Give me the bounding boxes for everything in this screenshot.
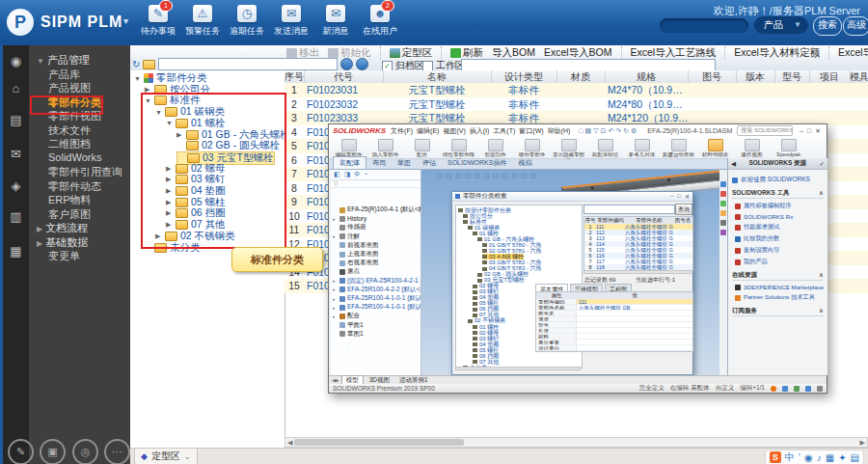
feature-node-EFA-25R100-4[interactable]: ▸EFA-25R100-4-1-0-1 (默认…	[333, 294, 421, 303]
collapse-icon[interactable]: ∧	[819, 307, 824, 315]
taskpane-item-比较我的分数[interactable]: 比较我的分数	[735, 234, 824, 243]
ribbon-tab-布局[interactable]: 布局	[366, 157, 392, 169]
toolbar-action-定型区[interactable]: 定型区	[380, 46, 433, 60]
ime-icon[interactable]: ’	[799, 452, 800, 463]
status-icon[interactable]	[817, 386, 823, 392]
status-icon[interactable]	[771, 386, 776, 392]
toolbar-action-Excel导入BOM[interactable]: Excel导入BOM	[544, 46, 612, 60]
feature-node-上视基准面[interactable]: 上视基准面	[333, 250, 421, 259]
search-button[interactable]: 搜索	[813, 16, 842, 36]
ime-icon[interactable]: ♪	[817, 452, 822, 463]
close-icon[interactable]: ✕	[685, 193, 690, 200]
feature-node-注解[interactable]: ▸注解	[333, 232, 421, 241]
feature-node-传感器[interactable]: 传感器	[333, 223, 421, 232]
feature-manager-tab-icons[interactable]: ◧◨Φ◔	[331, 170, 420, 180]
advanced-search-button[interactable]: 高级	[843, 16, 868, 36]
status-icon[interactable]	[782, 386, 788, 392]
feature-node-配合[interactable]: ▸配合	[333, 312, 421, 320]
ribbon-tab-评估[interactable]: 评估	[417, 157, 442, 169]
message-icon[interactable]: ✉	[3, 147, 29, 161]
feature-node-(固定) EFA-25R[interactable]: ▸(固定) EFA-25R100-4-2-1 (默认…	[333, 277, 421, 286]
display-style-icon[interactable]: ▢	[483, 172, 489, 178]
status-icon[interactable]	[794, 386, 800, 392]
taskpane-tab-icon[interactable]	[720, 201, 726, 206]
search-category-dropdown[interactable]: 产品 ▼	[754, 16, 808, 34]
dialog-grid-scrollbar[interactable]	[583, 270, 692, 274]
status-icon[interactable]	[805, 386, 811, 392]
quick-access-icon[interactable]: ⚙	[631, 127, 637, 134]
scroll-right-icon[interactable]: ▶	[860, 439, 865, 447]
menu-视图(V)[interactable]: 视图(V)	[443, 127, 465, 134]
solidworks-titlebar[interactable]: SOLIDWORKS 文件(F)编辑(E)视图(V)插入(I)工具(T)窗口(W…	[329, 124, 827, 137]
column-header-版本[interactable]: 版本	[736, 70, 775, 83]
zone-tab[interactable]: ◆ 定型区 ⌄	[134, 449, 198, 464]
taskpane-welcome-link[interactable]: 欢迎使用 SOLIDWORKS	[732, 176, 824, 184]
ribbon-tab-SOLIDWORKS插件[interactable]: SOLIDWORKS插件	[442, 157, 512, 169]
sidebar-item-文档流程[interactable]: ▶文档流程	[29, 221, 138, 234]
quick-access-icon[interactable]: ↻	[623, 127, 629, 134]
feature-node-右视基准面[interactable]: 右视基准面	[333, 259, 421, 267]
workzone-checkbox[interactable]	[422, 61, 433, 71]
header-icon-new-message[interactable]: ✉新消息	[314, 5, 357, 38]
taskpane-tab-icon[interactable]	[720, 210, 726, 216]
quick-access-icon[interactable]: ↶	[608, 127, 613, 134]
toolbar-action-导入BOM[interactable]: 导入BOM	[492, 46, 535, 60]
feature-node-草图1[interactable]: 草图1	[333, 330, 421, 339]
collapse-icon[interactable]: ∧	[819, 189, 824, 198]
sidebar-item-基础数据[interactable]: ▶基础数据	[29, 235, 138, 249]
input-method-bar[interactable]: S 中’◉♪▦✦▤	[765, 450, 864, 464]
pin-icon[interactable]: ✓	[820, 160, 825, 168]
column-header-型号[interactable]: 型号	[774, 70, 810, 83]
header-icon-todo[interactable]: ✎1待办事项	[137, 5, 179, 38]
close-icon[interactable]: ✕	[813, 127, 823, 134]
taskpane-item-Partner Solutions 技术工具[interactable]: Partner Solutions 技术工具	[735, 293, 824, 302]
property-row-设计单位[interactable]: 设计单位	[536, 345, 692, 351]
table-row[interactable]: 2F01023032元宝T型螺栓非标件M24*80（10.9…	[285, 97, 868, 112]
toolbar-action-刷新[interactable]: 刷新	[441, 46, 483, 60]
tree-search-go-button[interactable]	[340, 58, 353, 70]
edit-appearance-icon[interactable]: ▢	[502, 172, 508, 178]
more-icon[interactable]: ⋯	[104, 439, 130, 464]
toolbar-action-Excel导入工艺路线[interactable]: Excel导入工艺路线	[621, 46, 717, 60]
quick-access-icon[interactable]: ⊡	[601, 127, 607, 134]
taskpane-item-3DEXPERIENCE Marketplace[interactable]: 3DEXPERIENCE Marketplace	[735, 284, 824, 290]
column-header-序号[interactable]: 序号	[285, 70, 305, 83]
ime-icon[interactable]: ▤	[851, 452, 859, 463]
data-icon[interactable]: ▤	[3, 113, 29, 127]
header-icon-overdue-tasks[interactable]: ◷逾期任务	[226, 5, 268, 38]
feature-node-EFA-25R100-4[interactable]: ▸EFA-25R100-4-1-0-1 (默认…	[333, 303, 421, 312]
search-icon[interactable]: ◎	[72, 439, 98, 464]
table-row[interactable]: 1F01023031元宝T型螺栓非标件M24*70（10.9…	[285, 83, 868, 97]
horizontal-scrollbar[interactable]: ◀ ▶	[285, 437, 868, 448]
dialog-titlebar[interactable]: 零部件分类检索 –□✕	[452, 192, 692, 202]
feature-node-平面1[interactable]: 平面1	[333, 321, 421, 330]
column-header-图号[interactable]: 图号	[688, 70, 737, 83]
quick-access-icon[interactable]: ▤	[585, 127, 592, 134]
minimize-icon[interactable]: –	[798, 127, 805, 134]
solidworks-help-search-input[interactable]: 搜索 SOLIDWORKS 帮助	[737, 125, 793, 136]
hide-show-items-icon[interactable]: ▢	[493, 172, 499, 178]
dialog-query-button[interactable]: 查询	[675, 204, 692, 215]
feature-node-原点[interactable]: 原点	[333, 267, 421, 276]
refresh-icon[interactable]: ↻	[132, 59, 140, 69]
ime-icon[interactable]: 中	[785, 450, 795, 464]
header-icon-online-users[interactable]: ☻2在线用户	[359, 5, 401, 38]
dialog-tree-scrollbar[interactable]	[455, 367, 581, 370]
column-header-材质[interactable]: 材质	[556, 70, 606, 83]
menu-帮助(H)[interactable]: 帮助(H)	[548, 127, 571, 134]
feature-node-EFA-25(R)100[interactable]: EFA-25(R)100-4-1 (默认<默认_显示状态-1>)	[333, 205, 421, 214]
ribbon-tab-装配体[interactable]: 装配体	[333, 156, 366, 169]
card-icon[interactable]: ▦	[3, 244, 29, 259]
tree-search-clear-button[interactable]	[356, 58, 368, 70]
scrollbar-thumb[interactable]	[294, 439, 464, 446]
sogou-icon[interactable]: S	[770, 451, 781, 463]
sidebar-item-产品管理[interactable]: ▼产品管理	[29, 53, 138, 67]
taskpane-tab-icon[interactable]	[720, 230, 726, 235]
ime-icon[interactable]: ✦	[838, 452, 846, 463]
column-header-模具号[interactable]: 模具号	[850, 70, 868, 83]
app-icon[interactable]: ◉	[3, 54, 29, 68]
chevron-down-icon[interactable]: ▾	[123, 15, 128, 26]
ime-icon[interactable]: ▦	[826, 452, 834, 463]
view-orientation-icon[interactable]: ▢	[475, 172, 480, 178]
apply-scene-icon[interactable]: ▢	[511, 172, 517, 178]
